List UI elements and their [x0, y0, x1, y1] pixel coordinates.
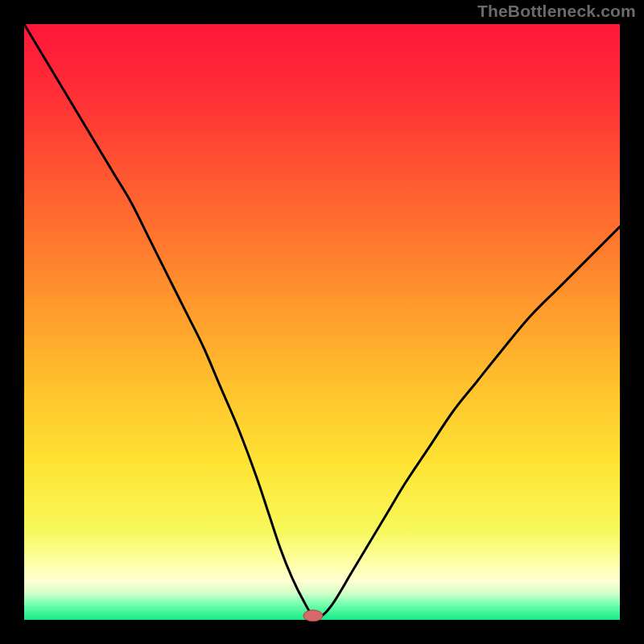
- watermark-text: TheBottleneck.com: [477, 2, 636, 21]
- chart-container: TheBottleneck.com: [0, 0, 644, 644]
- optimum-marker: [303, 610, 323, 621]
- bottleneck-chart: [0, 0, 644, 644]
- gradient-background: [24, 24, 620, 620]
